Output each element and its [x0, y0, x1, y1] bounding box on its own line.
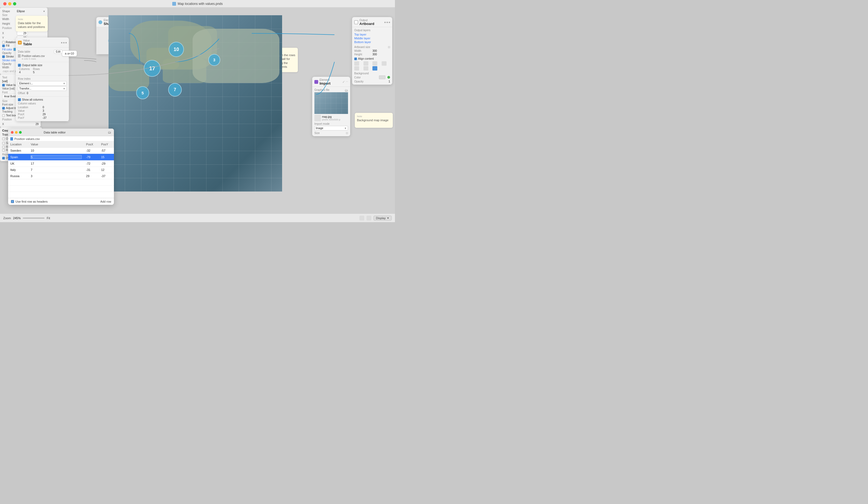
table-row-empty[interactable]	[8, 192, 114, 198]
output-size-checkbox[interactable]: ✓	[18, 64, 21, 67]
dte-folder-icon[interactable]: 🗂	[108, 131, 111, 134]
cell-posy[interactable]: -29	[99, 161, 114, 167]
maximize-button[interactable]	[13, 2, 16, 6]
middle-layer-link[interactable]: Middle layer	[354, 37, 390, 40]
cell-posx[interactable]: 29	[84, 173, 99, 179]
file-row: Position values.csv	[18, 54, 67, 58]
cell-posy[interactable]: -37	[99, 173, 114, 179]
align-btn-6[interactable]	[363, 66, 368, 71]
cell-posy-selected[interactable]: 15	[99, 154, 114, 161]
text-box-mode-checkbox[interactable]	[2, 114, 5, 117]
table-row[interactable]: Italy 7 -31 12	[8, 167, 114, 173]
element-index-select[interactable]: Element i... ▼	[18, 81, 67, 86]
formula-node: a a+10	[62, 50, 77, 56]
align-buttons[interactable]	[354, 61, 390, 71]
dte-close[interactable]	[11, 131, 13, 134]
minimize-button[interactable]	[8, 2, 11, 6]
align-btn-2[interactable]	[363, 61, 368, 66]
align-btn-3[interactable]	[372, 61, 377, 66]
font-select[interactable]: Arial Bold	[2, 94, 18, 99]
table-row-empty[interactable]	[8, 179, 114, 186]
cell-location[interactable]: UK	[8, 161, 29, 167]
cell-value[interactable]: 7	[29, 167, 84, 173]
rotation-cb[interactable]	[2, 41, 5, 44]
align-btn-1[interactable]	[354, 61, 359, 66]
cell-posx-selected[interactable]: -79	[84, 154, 99, 161]
table-row[interactable]: UK 17 -72 -29	[8, 161, 114, 167]
table-row-empty[interactable]	[8, 186, 114, 192]
panel-options[interactable]	[61, 42, 67, 43]
table-row-selected[interactable]: Spain -79 15	[8, 154, 114, 161]
columns-section: ✓ Show all columns Column values Locatio…	[16, 96, 69, 121]
value-based-text-checkbox[interactable]: ✓	[2, 84, 5, 86]
artboard-content: Output layers Top layer Middle layer Bot…	[352, 27, 392, 85]
fit-button[interactable]: Fit	[46, 216, 50, 220]
display-button[interactable]: Display ▼	[373, 216, 392, 220]
screen-icon[interactable]	[359, 216, 364, 220]
dte-titlebar: Data table editor 🗂	[8, 128, 114, 136]
file-thumb	[314, 115, 321, 121]
col-posx: PosX	[84, 141, 99, 147]
column-values-grid: Location 0 Value 3 PosX 29 PosY -37	[18, 106, 67, 119]
csv-file-icon	[18, 54, 21, 58]
dte-maximize[interactable]	[19, 131, 22, 134]
show-columns-checkbox[interactable]: ✓	[18, 98, 21, 101]
adjust-tracking-checkbox[interactable]: ✓	[2, 107, 5, 110]
cell-value[interactable]: 10	[29, 147, 84, 154]
cell-location[interactable]: Russia	[8, 173, 29, 179]
use-headers-label: Use first row as headers	[16, 200, 48, 203]
col-posy: PosY	[99, 141, 114, 147]
align-btn-4[interactable]	[382, 61, 386, 66]
top-layer-link[interactable]: Top layer	[354, 32, 390, 37]
align-btn-7[interactable]	[372, 66, 377, 71]
table-row[interactable]: Russia 3 29 -37	[8, 173, 114, 179]
transform-select[interactable]: Transfor... ▼	[18, 86, 67, 91]
dte-table: Location Value PosX PosY Sweden 10 -32 -…	[8, 141, 114, 198]
align-content-checkbox[interactable]: ✓	[354, 58, 357, 60]
stroke-checkbox[interactable]: ✓	[2, 55, 5, 58]
close-button[interactable]	[3, 2, 7, 6]
show-columns-label: Show all columns	[22, 98, 43, 101]
output-layers-label: Output layers	[354, 29, 390, 32]
row-index-label: Row index	[18, 77, 67, 80]
import-mode-select[interactable]: Image ▼	[314, 126, 348, 131]
cell-posy[interactable]: 12	[99, 167, 114, 173]
x-input[interactable]: 29	[17, 31, 28, 35]
bottom-layer-link[interactable]: Bottom layer	[354, 40, 390, 44]
cell-posx[interactable]: -32	[84, 147, 99, 154]
cell-location-selected[interactable]: Spain	[8, 154, 29, 161]
window-controls[interactable]	[3, 2, 16, 6]
expand-icon[interactable]	[366, 216, 371, 220]
cell-value[interactable]: 17	[29, 161, 84, 167]
dte-footer: ✓ Use first row as headers Add row	[8, 198, 114, 205]
dynamic-elements-checkbox[interactable]: ✓	[2, 157, 5, 160]
import-panel-actions[interactable]: ✓ ···	[342, 80, 348, 84]
cell-location[interactable]: Sweden	[8, 147, 29, 154]
window-title: Map locations with values.pnds	[172, 2, 223, 6]
dte-minimize[interactable]	[15, 131, 18, 134]
fill-checkbox[interactable]: ✓	[2, 44, 5, 47]
add-row-button[interactable]: Add row	[100, 200, 111, 203]
value-input[interactable]	[31, 155, 82, 159]
rotation-main-cb[interactable]	[2, 149, 5, 152]
scale-cb[interactable]	[2, 142, 5, 145]
zoom-slider[interactable]	[23, 217, 44, 219]
graphics-folder-icon[interactable]: 🗂	[345, 89, 348, 92]
cell-location[interactable]: Italy	[8, 167, 29, 173]
cell-value[interactable]: 3	[29, 173, 84, 179]
cell-posx[interactable]: -31	[84, 167, 99, 173]
dte-use-headers-checkbox[interactable]: ✓	[11, 200, 14, 203]
cell-posy[interactable]: -57	[99, 147, 114, 154]
cell-posx[interactable]: -72	[84, 161, 99, 167]
cell-value-selected[interactable]	[29, 154, 84, 161]
offset-cb[interactable]	[2, 137, 5, 140]
edit-button[interactable]: Edit	[54, 50, 62, 54]
artboard-panel-options[interactable]	[384, 22, 390, 23]
align-btn-5[interactable]	[354, 66, 359, 71]
bottombar: Zoom 245% Fit Display ▼	[0, 214, 395, 222]
bg-color-swatch[interactable]	[379, 75, 385, 79]
table-row[interactable]: Sweden 10 -32 -57	[8, 147, 114, 154]
resize-cb[interactable]	[2, 146, 5, 148]
zoom-value: 245%	[13, 216, 21, 220]
dte-window-controls[interactable]	[11, 131, 22, 134]
